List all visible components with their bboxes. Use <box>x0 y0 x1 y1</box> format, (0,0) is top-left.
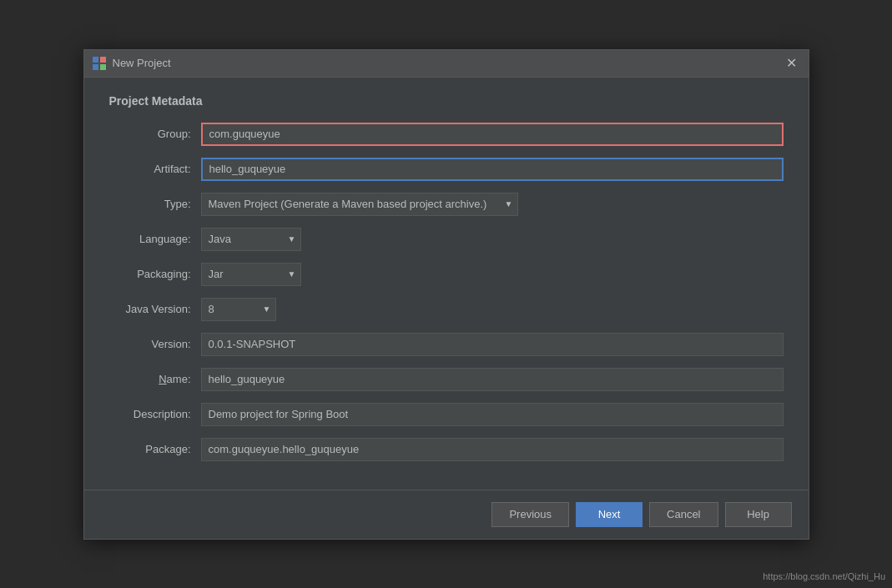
name-row: Name: <box>109 368 784 391</box>
next-button[interactable]: Next <box>576 502 643 527</box>
artifact-input[interactable] <box>201 158 784 181</box>
java-version-select[interactable]: 8 11 17 <box>201 298 276 321</box>
packaging-label: Packaging: <box>109 268 201 280</box>
description-label: Description: <box>109 408 201 420</box>
language-select-wrap: Java Kotlin Groovy ▼ <box>201 228 301 251</box>
version-input[interactable] <box>201 333 784 356</box>
packaging-select[interactable]: Jar War <box>201 263 301 286</box>
package-label: Package: <box>109 443 201 455</box>
artifact-row: Artifact: <box>109 158 784 181</box>
dialog-footer: Previous Next Cancel Help <box>84 490 809 539</box>
language-select[interactable]: Java Kotlin Groovy <box>201 228 301 251</box>
version-label: Version: <box>109 338 201 350</box>
dialog-content: Project Metadata Group: Artifact: Type: … <box>84 78 809 490</box>
title-bar-left: New Project <box>93 57 171 70</box>
group-row: Group: <box>109 123 784 146</box>
type-select-wrap: Maven Project (Generate a Maven based pr… <box>201 193 518 216</box>
dialog-title: New Project <box>113 57 171 69</box>
watermark: https://blog.csdn.net/Qizhi_Hu <box>763 571 885 581</box>
type-row: Type: Maven Project (Generate a Maven ba… <box>109 193 784 216</box>
cancel-button[interactable]: Cancel <box>649 502 718 527</box>
version-row: Version: <box>109 333 784 356</box>
description-row: Description: <box>109 403 784 426</box>
group-label: Group: <box>109 128 201 140</box>
app-icon <box>93 57 106 70</box>
help-button[interactable]: Help <box>725 502 792 527</box>
close-button[interactable]: ✕ <box>783 55 800 72</box>
java-version-row: Java Version: 8 11 17 ▼ <box>109 298 784 321</box>
title-bar: New Project ✕ <box>84 50 809 78</box>
package-input[interactable] <box>201 438 784 461</box>
package-row: Package: <box>109 438 784 461</box>
packaging-row: Packaging: Jar War ▼ <box>109 263 784 286</box>
previous-button[interactable]: Previous <box>491 502 569 527</box>
svg-rect-2 <box>93 64 98 70</box>
language-row: Language: Java Kotlin Groovy ▼ <box>109 228 784 251</box>
name-label: Name: <box>109 373 201 385</box>
new-project-dialog: New Project ✕ Project Metadata Group: Ar… <box>83 49 809 540</box>
section-title: Project Metadata <box>109 94 784 108</box>
language-label: Language: <box>109 233 201 245</box>
java-version-label: Java Version: <box>109 303 201 315</box>
svg-rect-1 <box>100 57 106 63</box>
java-version-select-wrap: 8 11 17 ▼ <box>201 298 276 321</box>
svg-rect-3 <box>100 64 106 70</box>
description-input[interactable] <box>201 403 784 426</box>
name-input[interactable] <box>201 368 784 391</box>
group-input[interactable] <box>201 123 784 146</box>
artifact-label: Artifact: <box>109 163 201 175</box>
type-label: Type: <box>109 198 201 210</box>
packaging-select-wrap: Jar War ▼ <box>201 263 301 286</box>
type-select[interactable]: Maven Project (Generate a Maven based pr… <box>201 193 518 216</box>
svg-rect-0 <box>93 57 98 63</box>
